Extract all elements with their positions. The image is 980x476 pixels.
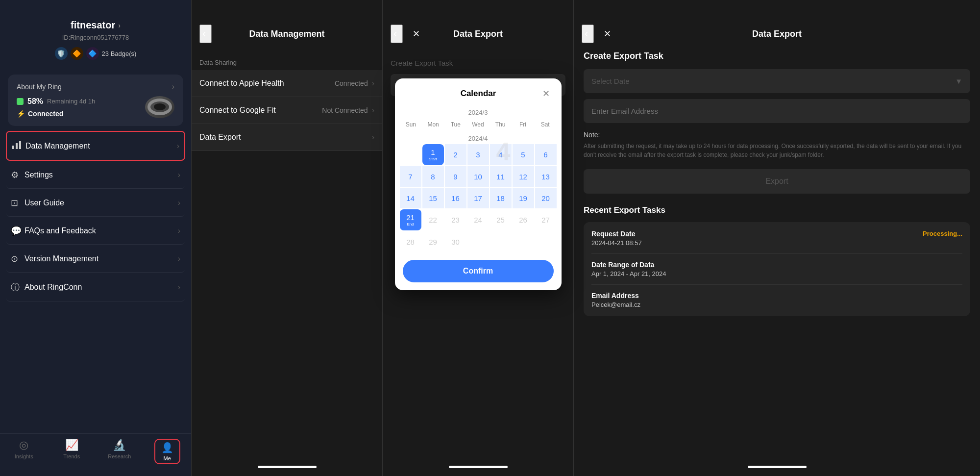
weekday-sat: Sat (534, 118, 557, 131)
calendar-march-label: 2024/3 (395, 105, 562, 118)
cal-day-25[interactable]: 25 (490, 209, 512, 230)
panel3-bottom-bar (449, 466, 508, 468)
nav-me[interactable]: 👤 Me (144, 439, 192, 464)
calendar-close-button[interactable]: ✕ (540, 86, 552, 101)
task-date-range-col: Date Range of Data Apr 1, 2024 - Apr 21,… (591, 261, 666, 277)
cal-day-15[interactable]: 15 (422, 188, 444, 208)
cal-day-1[interactable]: 1Start (422, 144, 444, 165)
cal-day-8[interactable]: 8 (422, 166, 444, 187)
ring-card-header: About My Ring › (17, 82, 174, 91)
weekday-tue: Tue (444, 118, 467, 131)
nav-trends[interactable]: 📈 Trends (48, 439, 96, 464)
cal-day-28[interactable]: 28 (400, 231, 421, 252)
cal-day-22[interactable]: 22 (422, 209, 444, 230)
menu-item-label-dm: Data Management (25, 142, 177, 150)
cal-day-4[interactable]: 4 4 (490, 144, 512, 165)
menu-arrow-icon-dm: › (177, 142, 179, 150)
dm-list: Connect to Apple Health Connected › Conn… (192, 70, 382, 151)
cal-day-18[interactable]: 18 (490, 188, 512, 208)
cal-day-7[interactable]: 7 (400, 166, 421, 187)
select-date-dropdown[interactable]: Select Date ▼ (584, 69, 970, 93)
battery-pct: 58% (27, 97, 43, 106)
dm-item-google-fit[interactable]: Connect to Google Fit Not Connected › (192, 97, 382, 124)
dm-arrow-apple-icon: › (372, 79, 374, 88)
panel-data-export-calendar: ‹ ✕ Data Export Create Export Task Selec… (382, 0, 573, 476)
cal-day-empty-3 (490, 231, 512, 252)
cal-day-23[interactable]: 23 (445, 209, 466, 230)
calendar-confirm-button[interactable]: Confirm (403, 260, 554, 282)
panel4-close-button[interactable]: ✕ (604, 28, 611, 39)
cal-day-19[interactable]: 19 (513, 188, 534, 208)
email-input[interactable] (584, 99, 970, 123)
panel2-back-button[interactable]: ‹ (199, 25, 212, 43)
cal-day-12[interactable]: 12 (513, 166, 534, 187)
cal-day-27[interactable]: 27 (535, 209, 557, 230)
menu-item-data-management[interactable]: Data Management › (6, 131, 185, 161)
dm-item-data-export[interactable]: Data Export › (192, 124, 382, 151)
nav-research[interactable]: 🔬 Research (96, 439, 144, 464)
task-divider-2 (591, 284, 962, 285)
cal-day-6[interactable]: 6 (535, 144, 557, 165)
menu-arrow-icon-about: › (178, 283, 180, 292)
export-button[interactable]: Export (584, 169, 970, 194)
task-request-date-col: Request Date 2024-04-21 08:57 (591, 230, 642, 247)
cal-day-21[interactable]: 21End (400, 209, 421, 230)
dm-item-apple-health[interactable]: Connect to Apple Health Connected › (192, 70, 382, 97)
dm-arrow-export-icon: › (372, 133, 374, 142)
menu-item-faqs[interactable]: 💬 FAQs and Feedback › (6, 218, 185, 245)
dm-item-value-apple: Connected (335, 79, 368, 87)
cal-day-3[interactable]: 3 (467, 144, 489, 165)
dm-arrow-google-icon: › (372, 106, 374, 115)
note-section: Note: After submitting the request, it m… (574, 131, 980, 159)
cal-day-9[interactable]: 9 (445, 166, 466, 187)
note-title: Note: (584, 131, 970, 139)
menu-item-user-guide[interactable]: ⊡ User Guide › (6, 190, 185, 217)
panel2-header: ‹ Data Management (192, 0, 382, 51)
task-divider-1 (591, 253, 962, 254)
svg-rect-3 (16, 143, 18, 149)
nav-me-label: Me (164, 455, 171, 461)
panel3-close-button[interactable]: ✕ (413, 28, 420, 39)
nav-insights-label: Insights (15, 453, 33, 459)
create-export-task-title-p3: Create Export Task (391, 59, 565, 67)
cal-day-10[interactable]: 10 (467, 166, 489, 187)
cal-day-5[interactable]: 5 (513, 144, 534, 165)
panel4-title: Data Export (752, 29, 802, 39)
panel4-back-button[interactable]: ‹ (582, 25, 594, 43)
cal-day-30[interactable]: 30 (445, 231, 466, 252)
cal-day-13[interactable]: 13 (535, 166, 557, 187)
nav-me-box: 👤 Me (154, 439, 180, 464)
cal-day-16[interactable]: 16 (445, 188, 466, 208)
task-email-label: Email Address (591, 292, 640, 300)
cal-day-24[interactable]: 24 (467, 209, 489, 230)
recent-tasks-section: Recent Export Tasks Request Date 2024-04… (574, 205, 980, 316)
panel-data-export-form: ‹ ✕ Data Export Create Export Task Selec… (573, 0, 980, 476)
panel3-title: Data Export (453, 29, 503, 39)
panel3-back-button[interactable]: ‹ (391, 25, 403, 43)
battery-indicator (17, 98, 24, 105)
menu-item-label-settings: Settings (24, 171, 178, 179)
menu-item-about[interactable]: ⓘ About RingConn › (6, 274, 185, 301)
dropdown-chevron-icon: ▼ (955, 77, 962, 85)
calendar-overlay: Calendar ✕ 2024/3 Sun Mon Tue Wed Thu Fr… (395, 78, 562, 290)
badges-row: 🛡️ 🔶 🔷 23 Badge(s) (55, 47, 137, 60)
menu-item-settings[interactable]: ⚙ Settings › (6, 162, 185, 189)
profile-name[interactable]: fitnesator › (71, 20, 121, 31)
cal-day-11[interactable]: 11 (490, 166, 512, 187)
cal-day-29[interactable]: 29 (422, 231, 444, 252)
data-management-icon (12, 140, 25, 152)
ring-card-arrow-icon: › (172, 82, 174, 91)
nav-insights[interactable]: ◎ Insights (0, 439, 48, 464)
badge-icon-3: 🔷 (86, 47, 99, 60)
bottom-nav: ◎ Insights 📈 Trends 🔬 Research 👤 Me (0, 433, 191, 476)
menu-item-version[interactable]: ⊙ Version Management › (6, 246, 185, 273)
cal-day-14[interactable]: 14 (400, 188, 421, 208)
cal-day-2[interactable]: 2 (445, 144, 466, 165)
cal-day-empty-4 (513, 231, 534, 252)
cal-day-20[interactable]: 20 (535, 188, 557, 208)
cal-day-26[interactable]: 26 (513, 209, 534, 230)
menu-item-label-version: Version Management (24, 254, 178, 263)
faqs-icon: 💬 (11, 225, 24, 236)
cal-day-17[interactable]: 17 (467, 188, 489, 208)
ring-card[interactable]: About My Ring › 58% Remaining 4d 1h ⚡ Co… (8, 75, 183, 126)
